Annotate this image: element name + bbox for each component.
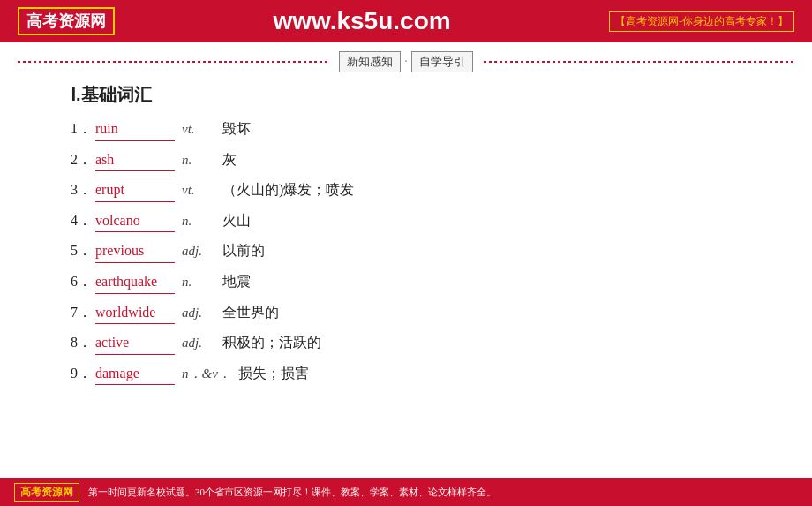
item-num: 9． bbox=[71, 362, 95, 385]
vocab-item: 5． previous adj. 以前的 bbox=[71, 239, 759, 263]
item-pos: n. bbox=[182, 271, 215, 292]
item-pos: adj. bbox=[182, 240, 215, 261]
item-pos: vt. bbox=[182, 118, 215, 140]
vocab-item: 9． damage n．&v． 损失；损害 bbox=[71, 362, 759, 386]
item-pos: n. bbox=[182, 149, 215, 170]
vocab-list: 1． ruin vt. 毁坏 2． ash n. 灰 3． erupt vt. … bbox=[71, 117, 759, 385]
item-num: 2． bbox=[71, 148, 95, 171]
item-meaning: 地震 bbox=[222, 270, 251, 293]
item-word: active bbox=[95, 331, 175, 355]
pattern-line-right bbox=[484, 61, 794, 63]
item-num: 4． bbox=[71, 209, 95, 232]
item-meaning: （火山的)爆发；喷发 bbox=[222, 178, 354, 201]
item-num: 5． bbox=[71, 239, 95, 262]
item-num: 3． bbox=[71, 178, 95, 201]
item-pos: adj. bbox=[182, 332, 215, 353]
item-pos: n. bbox=[182, 210, 215, 231]
item-word: ash bbox=[95, 148, 175, 172]
item-num: 7． bbox=[71, 301, 95, 324]
item-num: 8． bbox=[71, 331, 95, 354]
item-pos: vt. bbox=[182, 179, 215, 200]
main-content: Ⅰ.基础词汇 1． ruin vt. 毁坏 2． ash n. 灰 3． eru… bbox=[0, 74, 812, 401]
item-meaning: 全世界的 bbox=[222, 301, 279, 324]
item-meaning: 以前的 bbox=[222, 239, 265, 262]
site-header: 高考资源网 www.ks5u.com 【高考资源网-你身边的高考专家！】 bbox=[0, 0, 812, 42]
item-word: erupt bbox=[95, 178, 175, 202]
item-word: volcano bbox=[95, 209, 175, 233]
section-tag-2: 自学导引 bbox=[411, 51, 473, 72]
section-heading: Ⅰ.基础词汇 bbox=[71, 83, 759, 107]
section-tag-1: 新知感知 bbox=[339, 51, 401, 72]
item-meaning: 灰 bbox=[222, 148, 237, 171]
item-num: 6． bbox=[71, 270, 95, 293]
logo-left: 高考资源网 bbox=[18, 7, 115, 35]
item-word: ruin bbox=[95, 117, 175, 141]
item-meaning: 火山 bbox=[222, 209, 251, 232]
item-meaning: 损失；损害 bbox=[238, 362, 309, 385]
item-pos: n．&v． bbox=[182, 363, 231, 384]
footer-text: 第一时间更新名校试题。30个省市区资源一网打尽！课件、教案、学案、素材、论文样样… bbox=[88, 486, 496, 499]
item-word: earthquake bbox=[95, 270, 175, 294]
item-meaning: 毁坏 bbox=[222, 117, 251, 140]
item-word: worldwide bbox=[95, 301, 175, 325]
item-word: damage bbox=[95, 362, 175, 386]
pattern-line-left bbox=[18, 61, 328, 63]
vocab-item: 8． active adj. 积极的；活跃的 bbox=[71, 331, 759, 355]
vocab-item: 3． erupt vt. （火山的)爆发；喷发 bbox=[71, 178, 759, 202]
item-meaning: 积极的；活跃的 bbox=[222, 331, 321, 354]
footer-logo: 高考资源网 bbox=[14, 483, 79, 502]
section-title-box: 新知感知 · 自学导引 bbox=[337, 51, 475, 72]
vocab-item: 2． ash n. 灰 bbox=[71, 148, 759, 172]
item-word: previous bbox=[95, 239, 175, 263]
site-url: www.ks5u.com bbox=[273, 7, 450, 35]
vocab-item: 6． earthquake n. 地震 bbox=[71, 270, 759, 294]
vocab-item: 4． volcano n. 火山 bbox=[71, 209, 759, 233]
site-logo: 高考资源网 bbox=[18, 7, 115, 35]
site-footer: 高考资源网 第一时间更新名校试题。30个省市区资源一网打尽！课件、教案、学案、素… bbox=[0, 478, 812, 506]
section-banner: 新知感知 · 自学导引 bbox=[0, 49, 812, 74]
vocab-item: 7． worldwide adj. 全世界的 bbox=[71, 301, 759, 325]
vocab-item: 1． ruin vt. 毁坏 bbox=[71, 117, 759, 141]
section-dot: · bbox=[404, 55, 408, 69]
site-slogan: 【高考资源网-你身边的高考专家！】 bbox=[609, 11, 794, 32]
item-num: 1． bbox=[71, 117, 95, 140]
item-pos: adj. bbox=[182, 302, 215, 323]
